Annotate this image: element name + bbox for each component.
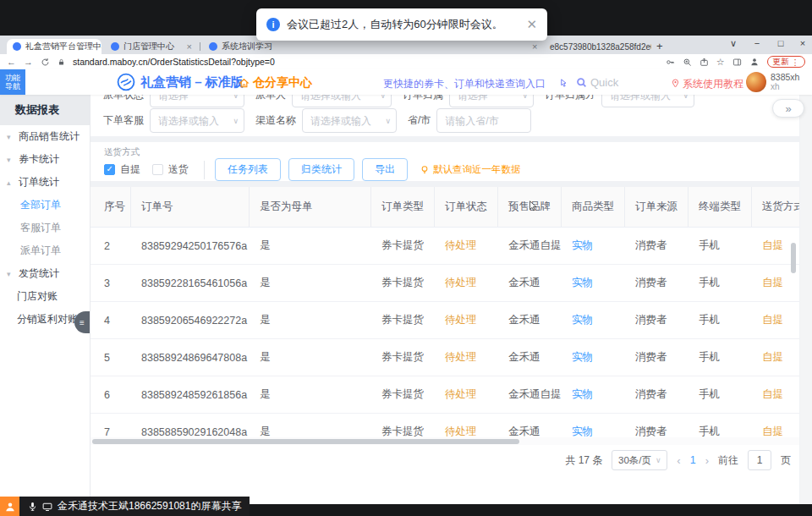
prev-page-button[interactable]: ‹ xyxy=(677,454,680,467)
browser-tab-2[interactable]: 门店管理中心 × xyxy=(105,39,198,54)
sidebar-item-order-stats[interactable]: ▴订单统计 xyxy=(0,171,90,194)
checkbox-delivery[interactable]: 送货 xyxy=(152,162,189,177)
table-cell: 手机 xyxy=(689,387,752,402)
province-city-input[interactable] xyxy=(436,108,531,133)
sidebar-item-all-orders[interactable]: 全部订单 xyxy=(0,194,90,217)
table-cell: 是 xyxy=(250,350,371,365)
share-center-link[interactable]: 仓分享中心 xyxy=(239,75,312,91)
checkbox-self-pickup[interactable]: 自提 xyxy=(104,162,140,177)
sidebar-item-card-stats[interactable]: ▾券卡统计 xyxy=(0,148,90,171)
user-avatar[interactable] xyxy=(746,72,766,92)
column-header: 送货方式 xyxy=(752,187,799,227)
key-icon[interactable] xyxy=(666,58,675,67)
browser-tab-3[interactable]: 系统培训学习 xyxy=(203,39,294,54)
table-cell: 金禾通 xyxy=(498,276,562,290)
info-icon: i xyxy=(266,18,280,31)
chevron-up-icon: ▴ xyxy=(7,178,11,187)
tab-search-icon[interactable]: ∨ xyxy=(726,38,741,49)
hidden-tab-close[interactable]: × xyxy=(526,39,538,54)
filter-panel: 派单状态 ∨ 派单人 ∨ 订单归属 ∨ 订单归属方 ∨ xyxy=(91,95,799,136)
page-scrollbar-track[interactable] xyxy=(800,95,812,504)
horizontal-scrollbar[interactable] xyxy=(91,437,799,445)
cs-agent-select[interactable] xyxy=(150,108,244,133)
order-owner-select[interactable] xyxy=(449,95,534,107)
toast-close-icon[interactable]: ✕ xyxy=(526,17,537,32)
minimize-button[interactable]: − xyxy=(749,38,765,48)
function-nav-button[interactable]: 功能导航 xyxy=(0,69,25,95)
new-tab-button[interactable]: + xyxy=(656,40,663,52)
dispatch-status-select[interactable] xyxy=(150,95,244,107)
table-cell: 消费者 xyxy=(625,387,689,402)
table-cell: 金禾通自提 xyxy=(498,387,562,402)
tab-title: e8c573980b1328a258fd2e6i8 xyxy=(550,42,651,52)
brand-logo-icon xyxy=(117,73,135,95)
reload-button[interactable] xyxy=(41,58,50,67)
table-cell: 7 xyxy=(91,426,131,438)
export-button[interactable]: 导出 xyxy=(362,158,408,181)
task-list-button[interactable]: 任务列表 xyxy=(215,158,281,181)
toolbar-panel: 送货方式 自提 送货 任务列表 归类统计 导出 默认查询近一年数据 xyxy=(91,142,799,181)
tab-close-icon[interactable]: × xyxy=(532,41,537,52)
filter-channel-name: 渠道名称 ∨ xyxy=(255,108,397,133)
chrome-update-button[interactable]: 更新⋮ xyxy=(767,56,806,68)
sidebar-item-cs-orders[interactable]: 客服订单 xyxy=(0,217,90,239)
pointer-hand-icon xyxy=(558,76,568,91)
vertical-scrollbar-thumb[interactable] xyxy=(791,243,796,273)
table-cell: 消费者 xyxy=(625,239,689,253)
page-size-select[interactable]: 30条/页∨ xyxy=(612,450,667,470)
scrollbar-thumb[interactable] xyxy=(92,439,519,444)
share-icon[interactable] xyxy=(700,58,709,67)
sidebar-item-store-reconcile[interactable]: 门店对账 xyxy=(0,285,90,308)
next-page-button[interactable]: › xyxy=(705,454,709,467)
quick-search-icon[interactable] xyxy=(576,76,587,91)
product-type-link[interactable]: 实物 xyxy=(562,313,625,327)
channel-name-select[interactable] xyxy=(302,108,397,133)
zoom-icon[interactable] xyxy=(683,58,692,67)
quick-label[interactable]: Quick xyxy=(590,76,618,89)
bookmark-star-icon[interactable]: ☆ xyxy=(716,57,725,68)
side-panel-icon[interactable] xyxy=(732,58,742,67)
category-stats-button[interactable]: 归类统计 xyxy=(288,158,354,181)
checkbox-unchecked-icon[interactable] xyxy=(152,164,163,175)
product-type-link[interactable]: 实物 xyxy=(562,239,625,253)
tutorial-link[interactable]: 系统使用教程 xyxy=(683,77,743,91)
table-cell: 手机 xyxy=(689,350,752,365)
sidebar-item-product-sales[interactable]: ▾商品销售统计 xyxy=(0,125,90,148)
table-cell: 5 xyxy=(91,352,131,364)
screen-share-icon xyxy=(42,502,52,512)
browser-toolbar: ← → standard.maboy.cn/OrderStatisticsDet… xyxy=(0,54,812,69)
back-button[interactable]: ← xyxy=(7,57,16,67)
filter-order-owner-party: 订单归属方 ∨ xyxy=(545,95,694,107)
product-type-link[interactable]: 实物 xyxy=(562,350,625,365)
goto-page-input[interactable] xyxy=(748,450,771,470)
product-type-link[interactable]: 实物 xyxy=(562,387,625,402)
browser-tab-1[interactable]: 礼盒营销平台管理中心 × xyxy=(7,39,102,54)
participant-icon xyxy=(0,497,19,516)
sidebar-item-shipping-stats[interactable]: ▾发货统计 xyxy=(0,262,90,285)
browser-window: 礼盒营销平台管理中心 × 门店管理中心 × 系统培训学习 × e8c573980… xyxy=(0,36,812,504)
current-page[interactable]: 1 xyxy=(690,454,696,466)
mouse-cursor xyxy=(528,200,539,215)
tab-close-icon[interactable]: × xyxy=(187,41,192,52)
padlock-icon[interactable] xyxy=(58,58,65,66)
window-close-button[interactable]: × xyxy=(795,38,810,48)
address-bar[interactable]: standard.maboy.cn/OrderStatisticsDetail?… xyxy=(73,57,658,67)
menu-dots-icon: ⋮ xyxy=(792,58,800,67)
forward-button[interactable]: → xyxy=(24,57,33,67)
tab-separator xyxy=(200,42,200,51)
table-cell: 券卡提货 xyxy=(371,276,435,290)
tab-title: 门店管理中心 xyxy=(123,41,174,52)
order-owner-party-select[interactable] xyxy=(601,95,694,107)
chevron-down-icon: ▾ xyxy=(7,156,11,164)
expand-filters-button[interactable]: » xyxy=(772,99,804,118)
table-row: 683858924859261856a是券卡提货待处理金禾通自提实物消费者手机自… xyxy=(91,376,799,414)
profile-icon[interactable] xyxy=(749,57,760,67)
table-cell: 券卡提货 xyxy=(371,313,435,327)
site-favicon xyxy=(13,42,21,51)
product-type-link[interactable]: 实物 xyxy=(562,276,625,290)
maximize-button[interactable]: □ xyxy=(773,38,788,48)
dispatcher-select[interactable] xyxy=(292,95,392,107)
sidebar-item-dispatch-orders[interactable]: 派单订单 xyxy=(0,239,90,262)
checkbox-checked-icon[interactable] xyxy=(104,164,115,175)
browser-tab-4[interactable]: e8c573980b1328a258fd2e6i8 × xyxy=(540,39,651,54)
